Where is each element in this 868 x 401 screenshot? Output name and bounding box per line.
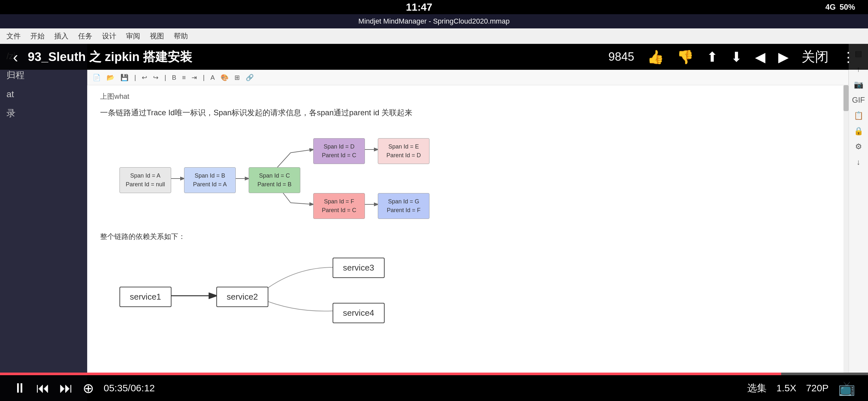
next-chapter-button[interactable]: ⏭ bbox=[59, 380, 73, 396]
upload-icon[interactable]: ⬆ bbox=[707, 49, 718, 65]
speed-label[interactable]: 1.5X bbox=[776, 382, 796, 394]
span-box-c: Span Id = CParent Id = B bbox=[249, 167, 300, 193]
description-text: 一条链路通过Trace Id唯一标识，Span标识发起的请求信息，各span通过… bbox=[100, 106, 836, 119]
menu-review[interactable]: 审阅 bbox=[126, 31, 140, 41]
bilibili-icon[interactable]: 📺 bbox=[838, 380, 855, 396]
service-section-label: 整个链路的依赖关系如下： bbox=[100, 232, 836, 242]
sidebar-gif-icon[interactable]: GIF bbox=[850, 94, 867, 106]
sidebar-item-2[interactable]: at bbox=[0, 85, 87, 103]
bookmark-icon[interactable]: ⬇ bbox=[731, 49, 742, 65]
network-indicator: 4G bbox=[826, 3, 836, 11]
menu-bar: 文件 开始 插入 任务 设计 审阅 视图 帮助 bbox=[0, 28, 868, 44]
time-display-current: 05:35/06:12 bbox=[104, 382, 155, 394]
sidebar-settings-icon[interactable]: ⚙ bbox=[853, 140, 864, 153]
next-button[interactable]: ▶ bbox=[778, 49, 788, 65]
battery-indicator: 50% bbox=[840, 3, 855, 11]
subtitle-button[interactable]: ⊕ bbox=[83, 380, 94, 396]
section-label: 上图what bbox=[100, 92, 836, 101]
toolbar-file-icon[interactable]: 📄 bbox=[91, 73, 103, 82]
back-button[interactable]: ‹ bbox=[13, 48, 18, 66]
span-box-g: Span Id = GParent Id = F bbox=[378, 193, 430, 219]
span-diagram: Span Id = AParent Id = null Span Id = BP… bbox=[100, 128, 836, 219]
sidebar-camera-icon[interactable]: 📷 bbox=[852, 78, 865, 91]
pause-button[interactable]: ⏸ bbox=[13, 380, 27, 396]
menu-design[interactable]: 设计 bbox=[102, 31, 116, 41]
header-icons: 9845 👍 👎 ⬆ ⬇ ◀ ▶ 关闭 ⋮ bbox=[609, 48, 855, 66]
scrollbar[interactable] bbox=[843, 85, 848, 375]
service4-box: service4 bbox=[333, 303, 384, 323]
svg-line-5 bbox=[290, 203, 313, 204]
toolbar-save-icon[interactable]: 💾 bbox=[119, 73, 130, 82]
toolbar-redo-icon[interactable]: ↪ bbox=[151, 73, 160, 82]
toolbar: 📄 📂 💾 | ↩ ↪ | B ≡ ⇥ | A 🎨 ⊞ 🔗 bbox=[87, 70, 848, 85]
dislike-button[interactable]: 👎 bbox=[677, 49, 693, 65]
span-box-e: Span Id = EParent Id = D bbox=[378, 138, 430, 164]
service3-box: service3 bbox=[333, 258, 384, 278]
status-right-icons: 4G 50% bbox=[826, 3, 855, 11]
scrollbar-thumb[interactable] bbox=[843, 85, 848, 111]
quality-label[interactable]: 720P bbox=[806, 382, 829, 394]
status-bar: 11:47 4G 50% bbox=[0, 0, 868, 14]
app-title: Mindjet MindManager - SpringCloud2020.mm… bbox=[359, 17, 509, 26]
toolbar-highlight-icon[interactable]: A bbox=[209, 73, 217, 82]
prev-button[interactable]: ◀ bbox=[755, 49, 765, 65]
menu-view[interactable]: 视图 bbox=[150, 31, 164, 41]
service-diagram: service1 service2 service3 service4 bbox=[100, 248, 836, 326]
time-display: 11:47 bbox=[406, 1, 432, 13]
main-content: 上图what 一条链路通过Trace Id唯一标识，Span标识发起的请求信息，… bbox=[87, 85, 848, 375]
toolbar-separator-1: | bbox=[132, 73, 138, 82]
span-box-a: Span Id = AParent Id = null bbox=[120, 167, 171, 193]
sidebar-down-icon[interactable]: ↓ bbox=[855, 156, 863, 168]
toolbar-color-icon[interactable]: 🎨 bbox=[219, 73, 230, 82]
toolbar-table-icon[interactable]: ⊞ bbox=[232, 73, 242, 82]
menu-insert[interactable]: 插入 bbox=[54, 31, 68, 41]
sidebar-clipboard-icon[interactable]: 📋 bbox=[852, 109, 865, 122]
toolbar-separator-2: | bbox=[162, 73, 168, 82]
menu-task[interactable]: 任务 bbox=[78, 31, 92, 41]
video-title: 93_Sleuth 之 zipkin 搭建安装 bbox=[28, 49, 599, 65]
toolbar-link-icon[interactable]: 🔗 bbox=[244, 73, 256, 82]
video-controls: ⏸ ⏮ ⏭ ⊕ 05:35/06:12 选集 1.5X 720P 📺 bbox=[0, 375, 868, 401]
toolbar-open-icon[interactable]: 📂 bbox=[104, 73, 117, 82]
service1-box: service1 bbox=[120, 287, 172, 307]
view-count: 9845 bbox=[609, 50, 634, 64]
video-progress-bar[interactable] bbox=[0, 373, 868, 375]
video-header: ‹ 93_Sleuth 之 zipkin 搭建安装 9845 👍 👎 ⬆ ⬇ ◀… bbox=[0, 44, 868, 70]
sidebar-lock-icon[interactable]: 🔒 bbox=[852, 125, 865, 137]
like-button[interactable]: 👍 bbox=[647, 49, 664, 65]
span-box-d: Span Id = DParent Id = C bbox=[313, 138, 365, 164]
video-progress-fill bbox=[0, 373, 781, 375]
menu-file[interactable]: 文件 bbox=[6, 31, 21, 41]
sidebar-item-3[interactable]: 录 bbox=[0, 103, 87, 123]
toolbar-separator-3: | bbox=[201, 73, 206, 82]
menu-help[interactable]: 帮助 bbox=[174, 31, 188, 41]
toolbar-undo-icon[interactable]: ↩ bbox=[140, 73, 149, 82]
span-box-b: Span Id = BParent Id = A bbox=[184, 167, 236, 193]
toolbar-bold-icon[interactable]: B bbox=[170, 73, 178, 82]
right-sidebar: ▤ ↑ 📷 GIF 📋 🔒 ⚙ ↓ bbox=[848, 44, 868, 375]
service2-box: service2 bbox=[216, 287, 268, 307]
app-titlebar: Mindjet MindManager - SpringCloud2020.mm… bbox=[0, 14, 868, 28]
selection-label[interactable]: 选集 bbox=[747, 382, 767, 395]
toolbar-indent-icon[interactable]: ⇥ bbox=[190, 73, 199, 82]
prev-chapter-button[interactable]: ⏮ bbox=[36, 380, 50, 396]
more-button[interactable]: ⋮ bbox=[841, 49, 855, 65]
left-sidebar: /zi 归程 at 录 bbox=[0, 44, 87, 401]
span-box-f: Span Id = FParent Id = C bbox=[313, 193, 365, 219]
close-button[interactable]: 关闭 bbox=[802, 48, 829, 66]
toolbar-list-icon[interactable]: ≡ bbox=[180, 73, 188, 82]
svg-line-3 bbox=[290, 150, 313, 153]
menu-start[interactable]: 开始 bbox=[30, 31, 44, 41]
